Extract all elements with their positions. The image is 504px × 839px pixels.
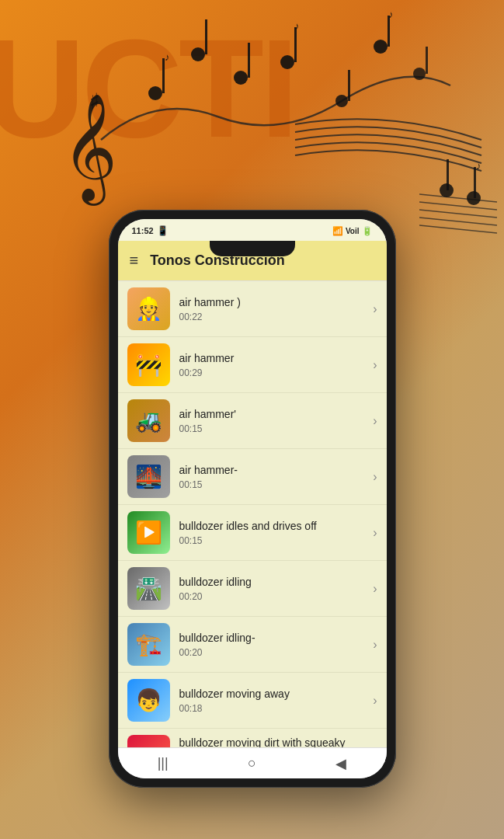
item-icon-5: 🛣️ [127,567,170,610]
item-icon-8: 🚒 [127,735,170,747]
phone-screen: 11:52 📱 📶 Voil 🔋 ≡ Tonos Construcción 👷a… [118,219,387,778]
home-button[interactable]: ○ [232,751,272,775]
bottom-nav: ||| ○ ◀ [118,747,387,778]
svg-text:♪: ♪ [388,9,394,20]
signal-icon: Voil [346,227,360,235]
svg-point-19 [440,183,454,197]
chevron-right-icon: › [373,582,377,596]
wifi-icon: 📶 [332,226,343,236]
svg-point-21 [467,191,481,205]
chevron-right-icon: › [373,638,377,652]
status-bar: 11:52 📱 📶 Voil 🔋 [118,219,387,241]
menu-button[interactable]: ≡ [130,252,139,270]
item-icon-1: 🚧 [127,343,170,386]
chevron-right-icon: › [373,470,377,484]
item-info-4: bulldozer idles and drives off00:15 [170,519,374,545]
chevron-right-icon: › [373,694,377,708]
svg-point-16 [413,68,426,80]
svg-text:♪: ♪ [294,20,300,32]
status-right: 📶 Voil 🔋 [332,226,373,236]
recent-apps-button[interactable]: ||| [142,751,184,775]
list-item[interactable]: 👷air hammer )00:22› [118,281,387,337]
item-icon-0: 👷 [127,287,170,330]
chevron-right-icon: › [373,526,377,540]
list-item[interactable]: 🌉air hammer-00:15› [118,449,387,505]
item-info-7: bulldozer moving away00:18 [170,687,374,713]
bg-text: UCTI [0,8,295,169]
item-info-3: air hammer-00:15 [170,463,374,489]
battery-icon: 🔋 [362,226,373,236]
item-info-5: bulldozer idling00:20 [170,575,374,601]
back-button[interactable]: ◀ [320,751,362,776]
list-item[interactable]: 🛣️bulldozer idling00:20› [118,561,387,617]
chevron-right-icon: › [373,358,377,372]
status-time: 11:52 [132,226,154,235]
item-icon-3: 🌉 [127,455,170,498]
item-title-7: bulldozer moving away [179,687,364,701]
item-duration-2: 00:15 [179,423,364,434]
svg-point-11 [335,95,348,107]
item-icon-2: 🚜 [127,399,170,442]
item-info-6: bulldozer idling-00:20 [170,631,374,657]
list-item[interactable]: 🚜air hammer'00:15› [118,393,387,449]
item-title-3: air hammer- [179,463,364,477]
item-duration-0: 00:22 [179,312,364,322]
item-title-6: bulldozer idling- [179,631,364,645]
item-title-5: bulldozer idling [179,575,364,589]
svg-text:♪: ♪ [476,160,481,172]
svg-rect-22 [474,167,476,198]
status-left: 11:52 📱 [132,225,169,236]
item-title-0: air hammer ) [179,295,364,309]
list-item[interactable]: 👦bulldozer moving away00:18› [118,673,387,729]
item-duration-3: 00:15 [179,479,364,490]
svg-point-13 [374,40,388,54]
chevron-right-icon: › [373,414,377,428]
item-duration-6: 00:20 [179,647,364,658]
phone-frame: 11:52 📱 📶 Voil 🔋 ≡ Tonos Construcción 👷a… [109,210,396,788]
item-icon-6: 🏗️ [127,623,170,666]
svg-rect-20 [447,159,449,190]
sound-list: 👷air hammer )00:22›🚧air hammer00:29›🚜air… [118,281,387,747]
item-info-1: air hammer00:29 [170,351,374,378]
item-duration-7: 00:18 [179,703,364,714]
svg-rect-12 [348,70,350,101]
item-info-0: air hammer )00:22 [170,295,374,322]
item-icon-7: 👦 [127,679,170,722]
list-item[interactable]: 🚧air hammer00:29› [118,337,387,393]
item-title-2: air hammer' [179,407,364,421]
item-title-8: bulldozer moving dirt with squeaky track… [179,736,364,747]
phone-notch [210,241,295,256]
item-duration-4: 00:15 [179,535,364,546]
item-title-1: air hammer [179,351,364,365]
list-item[interactable]: 🚒bulldozer moving dirt with squeaky trac… [118,729,387,747]
list-item[interactable]: 🏗️bulldozer idling-00:20› [118,617,387,673]
item-duration-1: 00:29 [179,367,364,378]
list-item[interactable]: ▶️bulldozer idles and drives off00:15› [118,505,387,561]
item-info-8: bulldozer moving dirt with squeaky track… [170,736,374,747]
svg-rect-17 [426,47,428,74]
item-icon-4: ▶️ [127,511,170,554]
svg-rect-14 [388,16,390,47]
item-info-2: air hammer'00:15 [170,407,374,433]
item-title-4: bulldozer idles and drives off [179,519,364,533]
whatsapp-icon: 📱 [157,225,169,236]
item-duration-5: 00:20 [179,591,364,602]
phone-wrapper: 11:52 📱 📶 Voil 🔋 ≡ Tonos Construcción 👷a… [109,210,396,788]
chevron-right-icon: › [373,302,377,316]
